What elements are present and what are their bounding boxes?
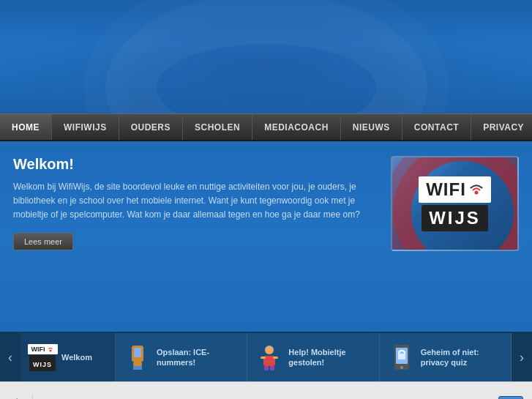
carousel-label-ice: Opslaan: ICE-nummers! <box>157 347 238 368</box>
footer-area: ⌂ <box>0 381 532 399</box>
svg-rect-3 <box>134 348 141 357</box>
header-background <box>0 0 532 113</box>
svg-rect-9 <box>273 357 278 359</box>
page-title: Welkom! <box>13 156 376 173</box>
nav-item-ouders[interactable]: OUDERS <box>119 114 183 140</box>
carousel-phone-icon <box>389 344 415 370</box>
carousel-area: ‹ WIFI WIJS Welkom <box>0 332 532 381</box>
carousel-logo-icon: WIFI WIJS <box>29 344 56 370</box>
nav-item-home[interactable]: HOME <box>0 114 52 140</box>
logo-wifi-text: WIFI <box>426 179 466 200</box>
carousel-label-welkom: Welkom <box>61 352 92 362</box>
carousel-person-icon-2 <box>256 344 282 370</box>
nav-item-scholen[interactable]: SCHOLEN <box>183 114 252 140</box>
mini-wifi-label: WIFI <box>31 346 45 353</box>
svg-point-0 <box>474 190 478 194</box>
svg-point-6 <box>265 346 274 354</box>
svg-rect-5 <box>133 366 142 370</box>
svg-point-14 <box>400 366 403 369</box>
carousel-label-stolen: Help! Mobieltje gestolen! <box>288 347 370 368</box>
svg-rect-8 <box>261 357 266 359</box>
mini-wifi-icon <box>47 346 54 353</box>
wifi-signal-icon <box>469 182 484 197</box>
nav-item-contact[interactable]: CONTACT <box>402 114 471 140</box>
mini-logo: WIFI WIJS <box>28 344 58 371</box>
logo-inner: WIFI WIJS <box>419 176 491 231</box>
logo-wifi-block: WIFI <box>419 176 491 203</box>
main-content-area: Welkom! Welkom bij WifiWijs, de site boo… <box>0 141 532 332</box>
carousel-item-privacy[interactable]: Geheim of niet: privacy quiz <box>380 333 512 381</box>
person-phone-icon <box>126 344 149 370</box>
carousel-item-wifiwijs[interactable]: WIFI WIJS Welkom <box>20 333 116 381</box>
content-layout: Welkom! Welkom bij WifiWijs, de site boo… <box>13 156 519 251</box>
footer-cta-button[interactable] <box>498 396 523 400</box>
wifiwijs-logo-box: WIFI WIJS <box>391 156 519 251</box>
carousel-person-icon-1 <box>124 344 151 370</box>
mini-logo-bottom: WIJS <box>29 355 56 371</box>
nav-item-mediacoach[interactable]: MEDIACOACH <box>252 114 341 140</box>
svg-rect-10 <box>264 366 269 370</box>
phone-lock-icon <box>391 344 412 370</box>
carousel-next-button[interactable]: › <box>512 333 532 381</box>
nav-item-privacy[interactable]: PRIVACY <box>471 114 532 140</box>
welcome-body: Welkom bij WifiWijs, de site boordevol l… <box>13 180 376 223</box>
nav-item-nieuws[interactable]: NIEUWS <box>341 114 402 140</box>
footer-separator <box>32 394 33 400</box>
svg-rect-11 <box>270 366 274 370</box>
home-icon[interactable]: ⌂ <box>9 393 25 400</box>
nav-item-wifiwijs[interactable]: WIFIWIJS <box>52 114 119 140</box>
carousel-item-ice[interactable]: Opslaan: ICE-nummers! <box>116 333 247 381</box>
svg-point-1 <box>49 349 51 351</box>
read-more-button[interactable]: Lees meer <box>13 233 73 250</box>
logo-stack: WIFI WIJS <box>419 176 491 231</box>
carousel-items: WIFI WIJS Welkom <box>20 333 512 381</box>
mini-wijs-label: WIJS <box>33 361 52 368</box>
mini-logo-top: WIFI <box>28 344 58 354</box>
carousel-prev-button[interactable]: ‹ <box>0 333 20 381</box>
carousel-item-stolen[interactable]: Help! Mobieltje gestolen! <box>247 333 379 381</box>
carousel-label-privacy: Geheim of niet: privacy quiz <box>421 347 502 368</box>
logo-wijs-text: WIJS <box>429 208 481 228</box>
logo-wijs-block: WIJS <box>422 205 488 231</box>
svg-rect-15 <box>398 354 405 359</box>
main-navigation: HOME WIFIWIJS OUDERS SCHOLEN MEDIACOACH … <box>0 113 532 141</box>
person-icon-2 <box>258 344 281 370</box>
text-section: Welkom! Welkom bij WifiWijs, de site boo… <box>13 156 376 250</box>
